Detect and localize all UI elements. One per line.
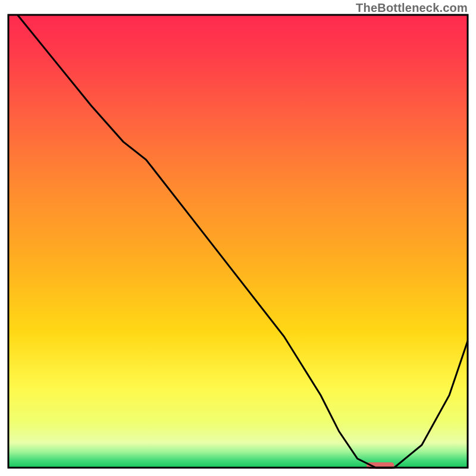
plot-background <box>8 15 468 468</box>
bottleneck-chart: TheBottleneck.com <box>0 0 476 476</box>
chart-svg <box>0 0 476 476</box>
watermark-text: TheBottleneck.com <box>356 1 468 15</box>
